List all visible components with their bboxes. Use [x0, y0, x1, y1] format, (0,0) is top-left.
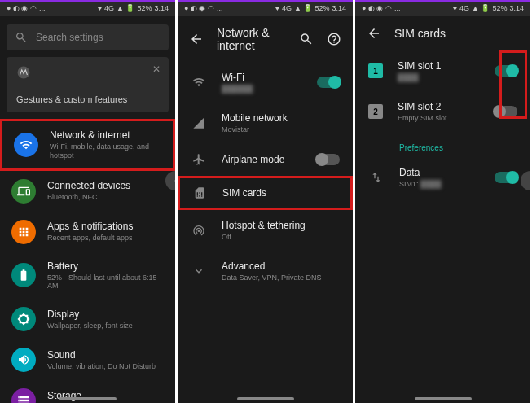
page-header: SIM cards [355, 16, 530, 50]
preferences-header: Preferences [355, 132, 530, 157]
page-header: Network & internet [178, 16, 353, 62]
status-bar: ● ◐ ◉ ◠ ... ♥ 4G ▲ 🔋 52% 3:14 [178, 0, 353, 16]
wifi-icon [20, 138, 33, 151]
settings-item-display[interactable]: DisplayWallpaper, sleep, font size [0, 299, 175, 339]
sim-cards-row[interactable]: SIM cards [178, 176, 353, 210]
chevron-down-icon [192, 265, 205, 278]
status-bar: ● ◐ ◉ ◠ ... ♥ 4G ▲ 🔋 52% 3:14 [355, 0, 530, 16]
settings-item-sound[interactable]: SoundVolume, vibration, Do Not Disturb [0, 339, 175, 380]
gesture-bar[interactable] [59, 397, 117, 400]
help-icon[interactable] [327, 32, 341, 46]
sound-icon [17, 353, 30, 366]
advanced-row[interactable]: AdvancedData Saver, VPN, Private DNS [178, 251, 353, 291]
mobile-network-row[interactable]: Mobile networkMovistar [178, 103, 353, 143]
devices-icon [17, 185, 30, 198]
airplane-icon [192, 153, 205, 166]
wifi-row[interactable]: Wi-Fi██████ [178, 62, 353, 103]
page-title: SIM cards [394, 27, 519, 40]
back-icon[interactable] [189, 32, 204, 46]
brand-card[interactable]: ✕ Gestures & custom features [7, 57, 169, 112]
settings-item-connected[interactable]: Connected devicesBluetooth, NFC [0, 171, 175, 212]
airplane-toggle[interactable] [317, 154, 340, 165]
sim2-badge: 2 [368, 104, 383, 119]
network-internet-screen: ● ◐ ◉ ◠ ... ♥ 4G ▲ 🔋 52% 3:14 Network & … [178, 0, 353, 403]
wifi-toggle[interactable] [317, 77, 340, 88]
swap-icon [370, 171, 383, 184]
sim-cards-screen: ● ◐ ◉ ◠ ... ♥ 4G ▲ 🔋 52% 3:14 SIM cards … [355, 0, 530, 403]
gesture-bar[interactable] [415, 397, 472, 400]
motorola-logo-icon [16, 65, 31, 80]
search-icon[interactable] [299, 32, 314, 46]
settings-list: Network & internetWi-Fi, mobile, data us… [0, 116, 175, 403]
settings-item-battery[interactable]: Battery52% - Should last until about 6:1… [0, 252, 175, 300]
sim1-badge: 1 [368, 63, 383, 78]
signal-icon [192, 116, 205, 129]
search-placeholder: Search settings [36, 32, 103, 43]
settings-item-apps[interactable]: Apps & notificationsRecent apps, default… [0, 212, 175, 252]
highlight-box-toggles [499, 50, 527, 119]
battery-icon [17, 269, 30, 282]
search-icon [15, 31, 28, 44]
settings-main-screen: ● ◐ ◉ ◠ ... ♥ 4G ▲ 🔋 52% 3:14 Search set… [0, 0, 175, 403]
page-title: Network & internet [217, 26, 286, 52]
data-pref-row[interactable]: DataSIM1: ████ [355, 157, 530, 198]
close-icon[interactable]: ✕ [152, 63, 160, 75]
hotspot-row[interactable]: Hotspot & tetheringOff [178, 210, 353, 251]
accent-bar [0, 0, 175, 2]
accent-bar [355, 0, 530, 2]
apps-icon [17, 225, 30, 239]
wifi-icon [192, 76, 205, 89]
back-icon[interactable] [367, 26, 381, 41]
settings-item-network[interactable]: Network & internetWi-Fi, mobile, data us… [0, 119, 175, 171]
status-bar: ● ◐ ◉ ◠ ... ♥ 4G ▲ 🔋 52% 3:14 [0, 0, 175, 16]
brand-label: Gestures & custom features [16, 94, 159, 104]
gesture-bar[interactable] [237, 397, 294, 400]
data-toggle[interactable] [495, 172, 517, 183]
airplane-row[interactable]: Airplane mode [178, 143, 353, 176]
accent-bar [178, 0, 353, 2]
display-icon [17, 313, 30, 326]
sim-icon [193, 186, 206, 199]
storage-icon [17, 394, 30, 403]
search-settings[interactable]: Search settings [7, 24, 169, 50]
svg-point-0 [18, 67, 30, 79]
hotspot-icon [192, 224, 205, 237]
